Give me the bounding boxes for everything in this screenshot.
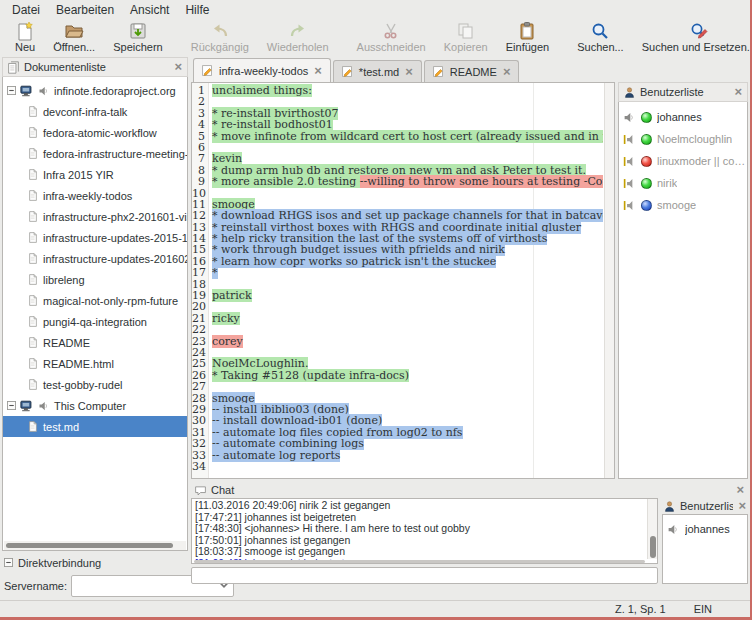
chat-input-box[interactable] bbox=[191, 567, 658, 584]
text-editor[interactable]: 1234567891011121314151617181920212223242… bbox=[191, 82, 615, 479]
document-icon bbox=[27, 378, 39, 391]
tree-document-label: README.html bbox=[43, 358, 114, 370]
editor-text-area[interactable]: unclaimed things:* re-install bvirthost0… bbox=[210, 83, 603, 478]
editor-line[interactable]: * bbox=[212, 267, 603, 278]
editor-line[interactable]: unclaimed things: bbox=[212, 85, 603, 96]
document-tree[interactable]: infinote.fedoraproject.orgdevconf-infra-… bbox=[2, 77, 188, 551]
toolbar-button-paste[interactable]: Einfügen bbox=[497, 20, 558, 54]
tree-document-row[interactable]: Infra 2015 YIR bbox=[3, 164, 187, 185]
tree-document-row[interactable]: devconf-infra-talk bbox=[3, 101, 187, 122]
chat-horizontal-scrollbar[interactable] bbox=[194, 560, 645, 563]
toolbar-button-label: Rückgängig bbox=[191, 41, 249, 53]
tree-document-row[interactable]: fedora-atomic-workflow bbox=[3, 122, 187, 143]
user-row[interactable]: smooge bbox=[619, 194, 747, 216]
menu-item-datei[interactable]: Datei bbox=[4, 1, 48, 19]
user-color-orb bbox=[641, 200, 652, 211]
cut-icon bbox=[381, 21, 401, 41]
menu-item-hilfe[interactable]: Hilfe bbox=[177, 1, 217, 19]
chat-user-row[interactable]: johannes bbox=[663, 518, 747, 540]
user-row[interactable]: johannes bbox=[619, 106, 747, 128]
chat-close-icon[interactable]: × bbox=[735, 485, 745, 495]
user-row[interactable]: Noelmcloughlin bbox=[619, 128, 747, 150]
editor-line[interactable] bbox=[212, 461, 603, 472]
document-icon bbox=[27, 189, 39, 202]
editor-line[interactable]: * move infinote from wildcard cert to ho… bbox=[212, 131, 603, 142]
tree-hscroll-thumb[interactable] bbox=[6, 543, 173, 548]
editor-line[interactable]: * more ansible 2.0 testing --willing to … bbox=[212, 176, 603, 187]
user-row[interactable]: linuxmoder || corey84 bbox=[619, 150, 747, 172]
document-icon bbox=[27, 210, 39, 223]
tree-document-row[interactable]: libreleng bbox=[3, 269, 187, 290]
tree-document-row[interactable]: infrastructure-updates-2015-11 bbox=[3, 227, 187, 248]
toolbar-button-label: Kopieren bbox=[444, 41, 488, 53]
editor-line[interactable] bbox=[212, 324, 603, 335]
tab-close-icon[interactable]: × bbox=[502, 67, 512, 77]
direct-connection-expander[interactable]: Direktverbindung bbox=[2, 554, 188, 572]
editor-line[interactable]: -- automate combining logs bbox=[212, 438, 603, 449]
editor-line[interactable]: * learn how copr works so patrick isn't … bbox=[212, 256, 603, 267]
editor-line[interactable]: ricky bbox=[212, 313, 603, 324]
open-folder-icon bbox=[64, 21, 84, 41]
search-replace-icon bbox=[689, 21, 709, 41]
editor-line[interactable] bbox=[212, 188, 603, 199]
chat-vscroll-thumb[interactable] bbox=[650, 536, 656, 558]
toolbar-button-save[interactable]: Speichern bbox=[104, 20, 172, 54]
editor-line[interactable]: * download RHGS isos and set up package … bbox=[212, 210, 603, 221]
tree-document-row[interactable]: README.html bbox=[3, 353, 187, 374]
tree-group-row[interactable]: infinote.fedoraproject.org bbox=[3, 80, 187, 101]
menu-item-bearbeiten[interactable]: Bearbeiten bbox=[48, 1, 122, 19]
chat-user-list-title: Benutzerliste bbox=[680, 500, 733, 512]
user-list-close-icon[interactable]: × bbox=[733, 87, 743, 97]
chat-user-list-close-icon[interactable]: × bbox=[737, 501, 747, 511]
editor-line[interactable] bbox=[212, 279, 603, 290]
document-list-close-icon[interactable]: × bbox=[173, 62, 183, 72]
user-name: smooge bbox=[657, 199, 696, 211]
tree-document-row[interactable]: magical-not-only-rpm-future bbox=[3, 290, 187, 311]
chat-vertical-scrollbar[interactable] bbox=[647, 499, 657, 559]
tab-close-icon[interactable]: × bbox=[404, 67, 414, 77]
editor-line[interactable] bbox=[212, 142, 603, 153]
person-icon bbox=[623, 86, 636, 99]
document-list-header: Dokumentenliste × bbox=[2, 57, 188, 77]
document-list-panel: Dokumentenliste × infinote.fedoraproject… bbox=[2, 57, 188, 600]
line-number: 34 bbox=[192, 461, 208, 472]
toolbar-button-search[interactable]: Suchen... bbox=[568, 20, 632, 54]
chat-input[interactable] bbox=[192, 568, 657, 583]
toolbar-button-search-replace[interactable]: Suchen und Ersetzen... bbox=[633, 20, 752, 54]
toolbar-button-undo: Rückgängig bbox=[182, 20, 258, 54]
tree-document-row[interactable]: infrastructure-updates-20160217 bbox=[3, 248, 187, 269]
tree-horizontal-scrollbar[interactable] bbox=[4, 541, 186, 550]
tree-group-row[interactable]: This Computer bbox=[3, 395, 187, 416]
speaker-icon bbox=[38, 85, 50, 97]
tree-document-row[interactable]: infrastructure-phx2-201601-visit bbox=[3, 206, 187, 227]
tree-document-row[interactable]: fedora-infrastructure-meeting-next bbox=[3, 143, 187, 164]
tab-close-icon[interactable]: × bbox=[313, 66, 323, 76]
tree-document-row[interactable]: infra-weekly-todos bbox=[3, 185, 187, 206]
tree-document-row[interactable]: README bbox=[3, 332, 187, 353]
tree-document-row[interactable]: pungi4-qa-integration bbox=[3, 311, 187, 332]
editor-line[interactable] bbox=[212, 381, 603, 392]
tab-label: infra-weekly-todos bbox=[219, 65, 308, 77]
editor-vertical-scrollbar[interactable] bbox=[604, 83, 614, 478]
tab--test-md[interactable]: *test.md× bbox=[333, 60, 422, 82]
menu-item-ansicht[interactable]: Ansicht bbox=[122, 1, 177, 19]
tree-document-row[interactable]: test-gobby-rudel bbox=[3, 374, 187, 395]
document-icon bbox=[27, 336, 39, 349]
editor-line[interactable]: patrick bbox=[212, 290, 603, 301]
toolbar-button-new-document[interactable]: Neu bbox=[6, 20, 44, 54]
chat-log[interactable]: [11.03.2016 20:49:06] nirik 2 ist gegang… bbox=[191, 498, 658, 564]
tree-document-label: fedora-atomic-workflow bbox=[43, 127, 157, 139]
editor-line[interactable]: -- automate log reports bbox=[212, 450, 603, 461]
tree-document-row[interactable]: test.md bbox=[3, 416, 187, 437]
user-name: linuxmoder || corey84 bbox=[657, 155, 747, 167]
toolbar-button-open-folder[interactable]: Öffnen... bbox=[44, 20, 104, 54]
editor-line[interactable]: * Taking #5128 (update infra-docs) bbox=[212, 370, 603, 381]
editor-line[interactable]: corey bbox=[212, 336, 603, 347]
editor-line[interactable]: * re-install bodhost01 bbox=[212, 119, 603, 130]
editor-line[interactable]: -- install download-ib01 (done) bbox=[212, 415, 603, 426]
tab-infra-weekly-todos[interactable]: infra-weekly-todos× bbox=[193, 58, 331, 82]
tab-readme[interactable]: README× bbox=[424, 60, 520, 82]
document-icon bbox=[27, 126, 39, 139]
user-row[interactable]: nirik bbox=[619, 172, 747, 194]
editor-line[interactable] bbox=[212, 301, 603, 312]
